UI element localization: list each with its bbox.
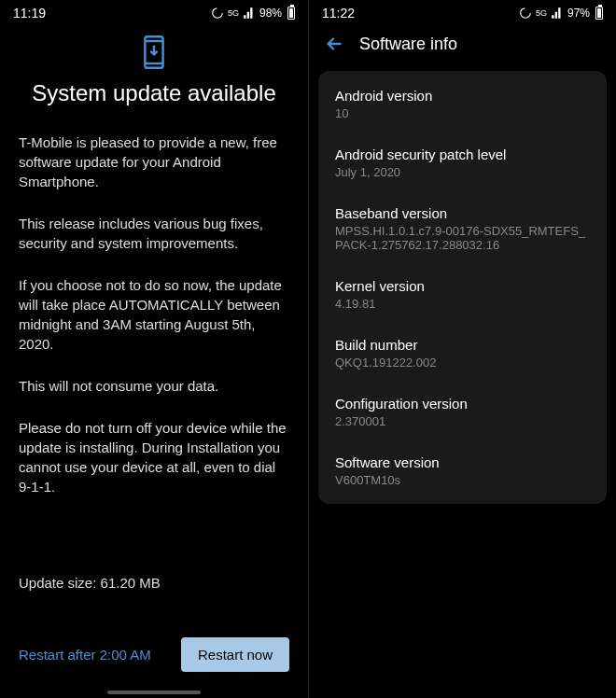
update-paragraph: This will not consume your data.: [19, 376, 289, 396]
gesture-bar[interactable]: [107, 691, 201, 694]
battery-icon: [595, 7, 603, 20]
status-bar: 11:22 5G 97%: [309, 0, 616, 24]
loading-icon: [211, 7, 224, 20]
info-label: Software version: [335, 454, 590, 470]
info-label: Build number: [335, 337, 590, 353]
update-size-label: Update size: 61.20 MB: [0, 575, 308, 591]
signal-icon: [243, 7, 256, 20]
status-time: 11:19: [13, 6, 46, 21]
network-type-icon: 5G: [228, 8, 239, 18]
battery-percent: 97%: [567, 7, 590, 20]
update-paragraph: If you choose not to do so now, the upda…: [19, 275, 289, 354]
phone-left-update: 11:19 5G 98% System update available T-M…: [0, 0, 308, 698]
info-value: 2.370001: [335, 414, 590, 428]
status-icons: 5G 97%: [519, 7, 603, 20]
info-label: Baseband version: [335, 205, 590, 221]
signal-icon: [551, 7, 564, 20]
update-body: T-Mobile is pleased to provide a new, fr…: [0, 133, 308, 537]
restart-later-button[interactable]: Restart after 2:00 AM: [19, 647, 151, 663]
back-arrow-icon[interactable]: [324, 34, 344, 54]
network-type-icon: 5G: [536, 8, 547, 18]
info-label: Kernel version: [335, 278, 590, 294]
status-icons: 5G 98%: [211, 7, 295, 20]
info-value: July 1, 2020: [335, 165, 590, 179]
update-paragraph: This release includes various bug fixes,…: [19, 214, 289, 253]
info-value: QKQ1.191222.002: [335, 356, 590, 370]
info-label: Android version: [335, 88, 590, 104]
info-item-baseband[interactable]: Baseband version MPSS.HI.1.0.1.c7.9-0017…: [318, 192, 607, 265]
svg-point-0: [213, 8, 223, 19]
update-paragraph: Please do not turn off your device while…: [19, 418, 289, 496]
header-row: Software info: [309, 24, 616, 71]
svg-point-4: [521, 8, 531, 19]
info-item-android-version[interactable]: Android version 10: [318, 75, 607, 133]
info-item-security-patch[interactable]: Android security patch level July 1, 202…: [318, 133, 607, 192]
info-value: 4.19.81: [335, 297, 590, 311]
button-row: Restart after 2:00 AM Restart now: [0, 637, 308, 691]
loading-icon: [519, 7, 532, 20]
page-title: System update available: [0, 80, 308, 106]
phone-right-software-info: 11:22 5G 97% Software info Android versi…: [308, 0, 616, 698]
info-item-software-version[interactable]: Software version V600TM10s: [318, 441, 607, 500]
battery-icon: [287, 7, 295, 20]
status-time: 11:22: [322, 6, 355, 21]
info-item-build-number[interactable]: Build number QKQ1.191222.002: [318, 324, 607, 383]
info-value: 10: [335, 106, 590, 120]
info-value: V600TM10s: [335, 473, 590, 487]
restart-now-button[interactable]: Restart now: [181, 637, 289, 672]
software-info-card: Android version 10 Android security patc…: [318, 71, 607, 504]
header-title: Software info: [359, 35, 457, 54]
update-phone-icon: [0, 35, 308, 73]
info-label: Android security patch level: [335, 147, 590, 162]
info-label: Configuration version: [335, 396, 590, 412]
status-bar: 11:19 5G 98%: [0, 0, 308, 24]
update-paragraph: T-Mobile is pleased to provide a new, fr…: [19, 133, 289, 191]
info-item-config-version[interactable]: Configuration version 2.370001: [318, 383, 607, 441]
battery-percent: 98%: [259, 7, 282, 20]
info-item-kernel[interactable]: Kernel version 4.19.81: [318, 265, 607, 324]
info-value: MPSS.HI.1.0.1.c7.9-00176-SDX55_RMTEFS_PA…: [335, 224, 590, 252]
